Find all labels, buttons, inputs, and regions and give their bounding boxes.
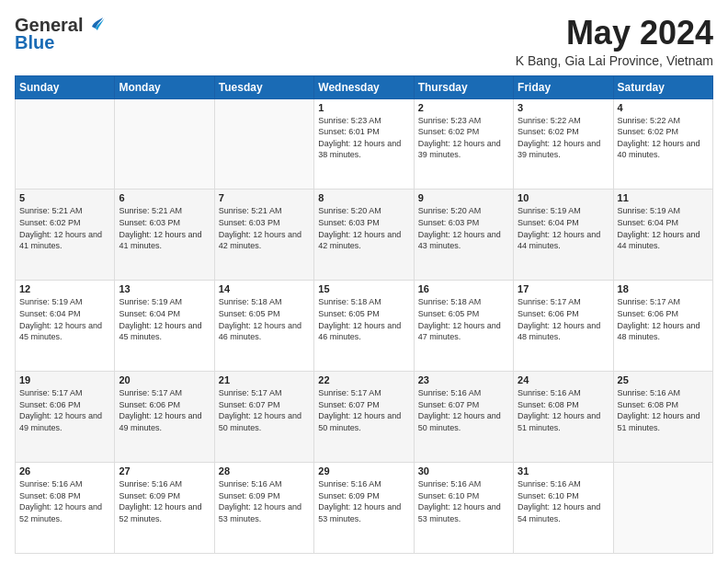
calendar-cell: 31 Sunrise: 5:16 AMSunset: 6:10 PMDaylig…: [514, 463, 613, 554]
day-info: Sunrise: 5:20 AMSunset: 6:03 PMDaylight:…: [318, 206, 401, 250]
calendar-cell: [115, 98, 214, 190]
day-info: Sunrise: 5:16 AMSunset: 6:08 PMDaylight:…: [618, 388, 700, 432]
day-info: Sunrise: 5:18 AMSunset: 6:05 PMDaylight:…: [418, 297, 501, 341]
page: General Blue May 2024 K Bang, Gia Lai Pr…: [0, 0, 728, 563]
day-number: 15: [318, 283, 409, 294]
day-info: Sunrise: 5:17 AMSunset: 6:06 PMDaylight:…: [19, 388, 102, 432]
month-title: May 2024: [516, 15, 713, 52]
col-monday: Monday: [115, 75, 214, 98]
calendar-cell: 14 Sunrise: 5:18 AMSunset: 6:05 PMDaylig…: [214, 281, 313, 372]
day-number: 3: [518, 102, 609, 113]
day-number: 14: [219, 283, 310, 294]
calendar-cell: 27 Sunrise: 5:16 AMSunset: 6:09 PMDaylig…: [115, 463, 214, 554]
calendar-cell: 29 Sunrise: 5:16 AMSunset: 6:09 PMDaylig…: [314, 463, 414, 554]
calendar-cell: 7 Sunrise: 5:21 AMSunset: 6:03 PMDayligh…: [214, 190, 313, 281]
day-number: 5: [19, 192, 110, 203]
day-info: Sunrise: 5:19 AMSunset: 6:04 PMDaylight:…: [19, 297, 102, 341]
calendar-cell: 2 Sunrise: 5:23 AMSunset: 6:02 PMDayligh…: [414, 98, 513, 190]
day-info: Sunrise: 5:22 AMSunset: 6:02 PMDaylight:…: [518, 116, 600, 160]
col-friday: Friday: [514, 75, 613, 98]
calendar-cell: 23 Sunrise: 5:16 AMSunset: 6:07 PMDaylig…: [414, 372, 513, 463]
day-info: Sunrise: 5:19 AMSunset: 6:04 PMDaylight:…: [119, 297, 201, 341]
day-number: 7: [219, 192, 310, 203]
title-block: May 2024 K Bang, Gia Lai Province, Vietn…: [516, 15, 713, 68]
day-info: Sunrise: 5:16 AMSunset: 6:09 PMDaylight:…: [219, 479, 301, 523]
day-info: Sunrise: 5:17 AMSunset: 6:06 PMDaylight:…: [518, 297, 600, 341]
day-number: 13: [119, 283, 210, 294]
day-info: Sunrise: 5:21 AMSunset: 6:02 PMDaylight:…: [19, 206, 102, 250]
calendar-cell: 17 Sunrise: 5:17 AMSunset: 6:06 PMDaylig…: [514, 281, 613, 372]
calendar-cell: 30 Sunrise: 5:16 AMSunset: 6:10 PMDaylig…: [414, 463, 513, 554]
day-number: 21: [219, 374, 310, 385]
day-number: 2: [418, 102, 509, 113]
calendar-cell: 8 Sunrise: 5:20 AMSunset: 6:03 PMDayligh…: [314, 190, 414, 281]
day-info: Sunrise: 5:18 AMSunset: 6:05 PMDaylight:…: [219, 297, 301, 341]
location-title: K Bang, Gia Lai Province, Vietnam: [516, 53, 713, 68]
calendar-cell: 9 Sunrise: 5:20 AMSunset: 6:03 PMDayligh…: [414, 190, 513, 281]
calendar-cell: 22 Sunrise: 5:17 AMSunset: 6:07 PMDaylig…: [314, 372, 414, 463]
day-number: 16: [418, 283, 509, 294]
logo-bird-icon: [85, 14, 105, 34]
day-number: 28: [219, 465, 310, 477]
day-number: 9: [418, 192, 509, 203]
calendar-cell: 13 Sunrise: 5:19 AMSunset: 6:04 PMDaylig…: [115, 281, 214, 372]
calendar-cell: 20 Sunrise: 5:17 AMSunset: 6:06 PMDaylig…: [115, 372, 214, 463]
logo: General Blue: [15, 15, 105, 53]
day-number: 20: [119, 374, 210, 385]
day-info: Sunrise: 5:16 AMSunset: 6:08 PMDaylight:…: [518, 388, 600, 432]
calendar-cell: 15 Sunrise: 5:18 AMSunset: 6:05 PMDaylig…: [314, 281, 414, 372]
day-number: 10: [518, 192, 609, 203]
day-info: Sunrise: 5:21 AMSunset: 6:03 PMDaylight:…: [119, 206, 201, 250]
col-saturday: Saturday: [613, 75, 712, 98]
day-info: Sunrise: 5:18 AMSunset: 6:05 PMDaylight:…: [318, 297, 401, 341]
calendar-cell: 28 Sunrise: 5:16 AMSunset: 6:09 PMDaylig…: [214, 463, 313, 554]
day-info: Sunrise: 5:17 AMSunset: 6:07 PMDaylight:…: [219, 388, 301, 432]
day-number: 24: [518, 374, 609, 385]
day-number: 8: [318, 192, 409, 203]
calendar-cell: 25 Sunrise: 5:16 AMSunset: 6:08 PMDaylig…: [613, 372, 712, 463]
day-info: Sunrise: 5:16 AMSunset: 6:09 PMDaylight:…: [318, 479, 401, 523]
day-info: Sunrise: 5:17 AMSunset: 6:06 PMDaylight:…: [119, 388, 201, 432]
day-info: Sunrise: 5:16 AMSunset: 6:10 PMDaylight:…: [518, 479, 600, 523]
day-info: Sunrise: 5:21 AMSunset: 6:03 PMDaylight:…: [219, 206, 301, 250]
day-number: 30: [418, 465, 509, 477]
calendar-cell: [16, 98, 115, 190]
calendar-cell: 5 Sunrise: 5:21 AMSunset: 6:02 PMDayligh…: [16, 190, 115, 281]
calendar-cell: [613, 463, 712, 554]
day-number: 31: [518, 465, 609, 477]
day-info: Sunrise: 5:16 AMSunset: 6:10 PMDaylight:…: [418, 479, 501, 523]
col-tuesday: Tuesday: [214, 75, 313, 98]
day-info: Sunrise: 5:16 AMSunset: 6:07 PMDaylight:…: [418, 388, 501, 432]
calendar-cell: 24 Sunrise: 5:16 AMSunset: 6:08 PMDaylig…: [514, 372, 613, 463]
day-number: 6: [119, 192, 210, 203]
day-number: 19: [19, 374, 110, 385]
calendar-cell: 3 Sunrise: 5:22 AMSunset: 6:02 PMDayligh…: [514, 98, 613, 190]
calendar-cell: 11 Sunrise: 5:19 AMSunset: 6:04 PMDaylig…: [613, 190, 712, 281]
day-info: Sunrise: 5:22 AMSunset: 6:02 PMDaylight:…: [618, 116, 700, 160]
day-info: Sunrise: 5:23 AMSunset: 6:02 PMDaylight:…: [418, 116, 501, 160]
day-number: 1: [318, 102, 409, 113]
calendar-cell: 1 Sunrise: 5:23 AMSunset: 6:01 PMDayligh…: [314, 98, 414, 190]
day-number: 26: [19, 465, 110, 477]
day-number: 23: [418, 374, 509, 385]
calendar-cell: [214, 98, 313, 190]
calendar-cell: 6 Sunrise: 5:21 AMSunset: 6:03 PMDayligh…: [115, 190, 214, 281]
col-thursday: Thursday: [414, 75, 513, 98]
day-info: Sunrise: 5:23 AMSunset: 6:01 PMDaylight:…: [318, 116, 401, 160]
day-number: 25: [618, 374, 709, 385]
col-wednesday: Wednesday: [314, 75, 414, 98]
day-info: Sunrise: 5:19 AMSunset: 6:04 PMDaylight:…: [518, 206, 600, 250]
calendar-table: Sunday Monday Tuesday Wednesday Thursday…: [15, 75, 713, 554]
day-number: 12: [19, 283, 110, 294]
day-number: 18: [618, 283, 709, 294]
calendar-cell: 10 Sunrise: 5:19 AMSunset: 6:04 PMDaylig…: [514, 190, 613, 281]
day-info: Sunrise: 5:17 AMSunset: 6:07 PMDaylight:…: [318, 388, 401, 432]
calendar-cell: 21 Sunrise: 5:17 AMSunset: 6:07 PMDaylig…: [214, 372, 313, 463]
day-info: Sunrise: 5:19 AMSunset: 6:04 PMDaylight:…: [618, 206, 700, 250]
day-number: 29: [318, 465, 409, 477]
calendar-cell: 26 Sunrise: 5:16 AMSunset: 6:08 PMDaylig…: [16, 463, 115, 554]
calendar-cell: 4 Sunrise: 5:22 AMSunset: 6:02 PMDayligh…: [613, 98, 712, 190]
day-number: 22: [318, 374, 409, 385]
col-sunday: Sunday: [16, 75, 115, 98]
calendar-cell: 19 Sunrise: 5:17 AMSunset: 6:06 PMDaylig…: [16, 372, 115, 463]
